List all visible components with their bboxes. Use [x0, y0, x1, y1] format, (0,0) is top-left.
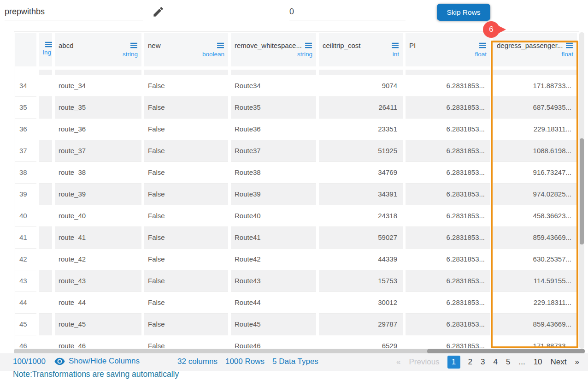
table-cell: False	[144, 184, 228, 205]
row-number: 46	[15, 335, 36, 349]
pagination-page-10[interactable]: 10	[529, 356, 547, 369]
column-header-abcd[interactable]: abcdstring	[55, 33, 141, 66]
partial-row-cell	[15, 70, 36, 75]
table-cell: False	[144, 314, 228, 335]
table-cell: Route46	[231, 335, 316, 349]
annotation-badge-number: 6	[489, 25, 493, 34]
table-cell	[39, 75, 52, 97]
table-cell: False	[144, 249, 228, 270]
pagination-next-arrow[interactable]: »	[571, 356, 583, 369]
table-cell: route_38	[55, 162, 141, 184]
column-type: string	[235, 51, 312, 58]
skip-rows-button[interactable]: Skip Rows	[437, 4, 490, 21]
column-header-new[interactable]: newboolean	[144, 33, 228, 66]
table-cell: Route35	[231, 97, 316, 119]
pagination-page-active[interactable]: 1	[447, 356, 460, 369]
autosave-note: Note:Transformations are saving automati…	[13, 369, 179, 379]
columns-count: 32 columns	[177, 357, 218, 366]
skip-rows-input[interactable]	[289, 4, 406, 20]
column-menu-icon[interactable]	[130, 42, 138, 48]
table-cell: False	[144, 97, 228, 119]
table-cell	[39, 270, 52, 292]
table-cell: False	[144, 119, 228, 140]
row-number: 39	[15, 184, 36, 205]
table-cell: Route37	[231, 140, 316, 162]
vertical-scrollbar-thumb[interactable]	[580, 138, 584, 244]
eye-icon	[54, 357, 65, 365]
table-cell: route_42	[55, 249, 141, 270]
show-hide-columns-button[interactable]: Show/Hide Columns	[54, 357, 140, 366]
table-stats: 32 columns 1000 Rows 5 Data Types	[177, 357, 318, 366]
table-cell: route_46	[55, 335, 141, 349]
pagination-previous[interactable]: Previous	[405, 356, 443, 369]
row-number: 35	[15, 97, 36, 119]
table-cell: 6.2831853...	[406, 314, 490, 335]
column-header-remove-whitespace[interactable]: remove_whitespace...string	[231, 33, 316, 66]
column-header-pi[interactable]: PIfloat	[406, 33, 490, 66]
column-menu-icon[interactable]	[45, 42, 53, 48]
column-menu-icon[interactable]	[217, 42, 224, 48]
table-cell: 6.2831853...	[406, 75, 490, 97]
data-table: ingabcdstringnewbooleanremove_whitespace…	[14, 31, 579, 349]
table-cell: False	[144, 335, 228, 349]
table-cell: Route40	[231, 205, 316, 227]
pagination-ellipsis: ...	[514, 356, 529, 369]
table-cell	[39, 292, 52, 314]
table-cell	[39, 97, 52, 119]
pagination-page-3[interactable]: 3	[476, 356, 489, 369]
table-cell	[39, 249, 52, 270]
table-cell	[39, 119, 52, 140]
table-cell: 6.2831853...	[406, 335, 490, 349]
table-cell: Route38	[231, 162, 316, 184]
table-cell	[39, 184, 52, 205]
data-grid: ingabcdstringnewbooleanremove_whitespace…	[14, 32, 579, 349]
table-cell: Route36	[231, 119, 316, 140]
table-cell: 6.2831853...	[406, 184, 490, 205]
column-menu-icon[interactable]	[565, 42, 573, 48]
table-cell: False	[144, 292, 228, 314]
table-cell: Route34	[231, 75, 316, 97]
table-cell: 859.43669...	[493, 227, 577, 249]
column-menu-icon[interactable]	[391, 42, 399, 48]
table-cell: 34391	[319, 184, 403, 205]
dataset-name-input[interactable]	[5, 4, 143, 20]
column-name: PI	[409, 42, 416, 49]
table-cell: False	[144, 227, 228, 249]
table-cell: 26411	[319, 97, 403, 119]
column-type: ing	[43, 49, 48, 56]
column-header-degress-passenger[interactable]: degress_passenger...float	[493, 33, 577, 66]
pagination-page-5[interactable]: 5	[502, 356, 514, 369]
table-cell: 6529	[319, 335, 403, 349]
row-number: 41	[15, 227, 36, 249]
pagination-page-4[interactable]: 4	[489, 356, 502, 369]
column-type: boolean	[148, 51, 224, 58]
column-type: float	[409, 51, 487, 58]
row-number: 37	[15, 140, 36, 162]
table-cell: route_45	[55, 314, 141, 335]
table-cell: 9074	[319, 75, 403, 97]
column-name: ceilitrip_cost	[323, 42, 361, 49]
table-cell: route_39	[55, 184, 141, 205]
table-cell: Route45	[231, 314, 316, 335]
column-header-ceilitrip-cost[interactable]: ceilitrip_costint	[319, 33, 403, 66]
annotation-badge: 6	[483, 21, 500, 38]
pagination-prev-arrow[interactable]: «	[392, 356, 405, 369]
header-body-gap	[15, 66, 577, 70]
pagination-next[interactable]: Next	[547, 356, 571, 369]
column-menu-icon[interactable]	[305, 42, 312, 48]
pagination-page-2[interactable]: 2	[464, 356, 476, 369]
column-menu-icon[interactable]	[479, 42, 487, 48]
table-cell: False	[144, 140, 228, 162]
table-cell: 6.2831853...	[406, 119, 490, 140]
table-cell: 6.2831853...	[406, 205, 490, 227]
row-number: 38	[15, 162, 36, 184]
table-cell: 44339	[319, 249, 403, 270]
column-header[interactable]: ing	[39, 33, 52, 66]
table-cell: route_43	[55, 270, 141, 292]
partial-row-cell	[144, 70, 228, 75]
table-cell: Route41	[231, 227, 316, 249]
pagination: «Previous12345...10Next»	[392, 356, 583, 369]
edit-pencil-icon[interactable]	[152, 6, 165, 18]
table-cell: 171.88733...	[493, 75, 577, 97]
table-cell: 6.2831853...	[406, 140, 490, 162]
